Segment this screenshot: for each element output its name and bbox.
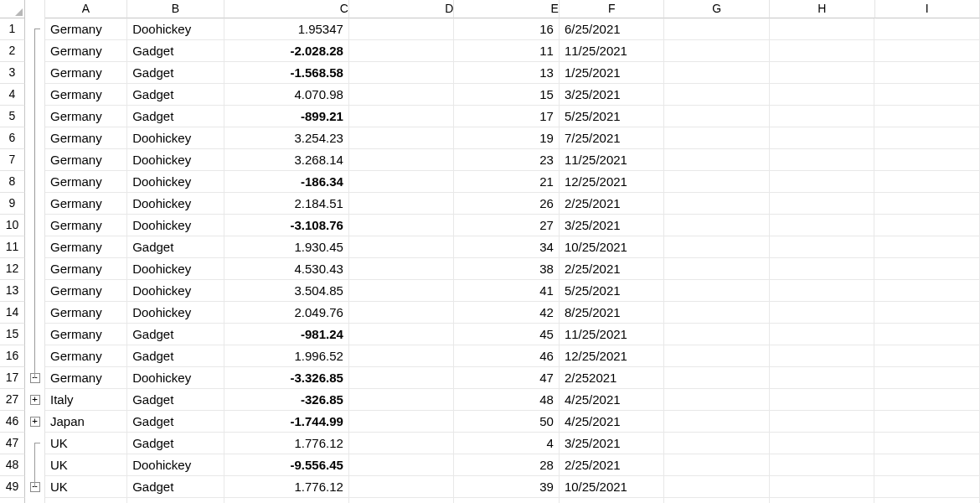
cell-I[interactable]	[874, 258, 980, 280]
cell-I[interactable]	[874, 411, 980, 433]
cell-E[interactable]: 41	[454, 280, 560, 302]
cell-F[interactable]: 10/25/2021	[560, 476, 665, 498]
column-header-G[interactable]: G	[664, 0, 770, 18]
cell-F[interactable]: 5/25/2021	[560, 106, 665, 127]
row-header[interactable]: 27	[0, 389, 25, 411]
cell-C[interactable]: 2.184.51	[224, 193, 349, 215]
cell-E[interactable]: 4	[454, 433, 560, 454]
cell-F[interactable]: 7/25/2021	[560, 127, 665, 149]
spreadsheet-grid[interactable]: ABCDEFGHI1GermanyDoohickey1.95347166/25/…	[0, 0, 980, 503]
cell-E[interactable]: 48	[454, 389, 560, 411]
cell-H[interactable]	[770, 433, 875, 454]
cell-B[interactable]: 0	[127, 498, 224, 503]
cell-F[interactable]: 3/25/2021	[560, 433, 665, 454]
cell-A[interactable]: Germany	[45, 149, 127, 171]
cell-H[interactable]	[770, 236, 875, 258]
row-header[interactable]: 9	[0, 193, 25, 215]
minus-icon[interactable]: −	[30, 482, 40, 492]
row-header[interactable]: 15	[0, 324, 25, 345]
column-header-A[interactable]: A	[45, 0, 127, 18]
cell-I[interactable]	[874, 193, 980, 215]
cell-C[interactable]: -1.568.58	[224, 62, 349, 84]
outline-collapse-button[interactable]: −	[25, 367, 45, 389]
cell-C[interactable]: 3.254.23	[224, 127, 349, 149]
cell-D[interactable]	[349, 324, 455, 345]
cell-D[interactable]	[349, 454, 455, 476]
cell-B[interactable]: Gadget	[127, 476, 224, 498]
cell-A[interactable]: Germany	[45, 258, 127, 280]
cell-C[interactable]: -981.24	[224, 324, 349, 345]
cell-F[interactable]: 6/25/2021	[560, 18, 665, 40]
cell-G[interactable]	[664, 411, 770, 433]
row-header[interactable]: 14	[0, 302, 25, 324]
cell-D[interactable]	[349, 345, 455, 367]
cell-H[interactable]	[770, 302, 875, 324]
cell-A[interactable]: Germany	[45, 84, 127, 106]
cell-A[interactable]: Germany	[45, 236, 127, 258]
cell-H[interactable]	[770, 345, 875, 367]
column-header-E[interactable]: E	[454, 0, 560, 18]
cell-B[interactable]: Doohickey	[127, 367, 224, 389]
cell-H[interactable]	[770, 171, 875, 193]
cell-A[interactable]: Germany	[45, 193, 127, 215]
row-header[interactable]: 46	[0, 411, 25, 433]
cell-D[interactable]	[349, 18, 455, 40]
cell-A[interactable]: Germany	[45, 171, 127, 193]
cell-I[interactable]	[874, 367, 980, 389]
cell-I[interactable]	[874, 498, 980, 503]
cell-F[interactable]: 2/25/2021	[560, 193, 665, 215]
cell-C[interactable]: 4.070.98	[224, 84, 349, 106]
cell-G[interactable]	[664, 171, 770, 193]
cell-H[interactable]	[770, 127, 875, 149]
cell-H[interactable]	[770, 106, 875, 127]
cell-C[interactable]: 4.530.43	[224, 258, 349, 280]
cell-E[interactable]: 0	[454, 498, 560, 503]
row-header[interactable]: 7	[0, 149, 25, 171]
cell-G[interactable]	[664, 236, 770, 258]
cell-E[interactable]: 47	[454, 367, 560, 389]
cell-D[interactable]	[349, 258, 455, 280]
cell-H[interactable]	[770, 454, 875, 476]
cell-D[interactable]	[349, 40, 455, 62]
cell-C[interactable]: 0	[224, 498, 349, 503]
cell-C[interactable]: 1.930.45	[224, 236, 349, 258]
cell-B[interactable]: Doohickey	[127, 171, 224, 193]
cell-E[interactable]: 46	[454, 345, 560, 367]
cell-D[interactable]	[349, 433, 455, 454]
cell-A[interactable]: UK	[45, 433, 127, 454]
cell-D[interactable]	[349, 236, 455, 258]
cell-D[interactable]	[349, 149, 455, 171]
row-header[interactable]: 8	[0, 171, 25, 193]
cell-B[interactable]: Doohickey	[127, 302, 224, 324]
cell-A[interactable]: Italy	[45, 389, 127, 411]
cell-B[interactable]: Gadget	[127, 40, 224, 62]
cell-G[interactable]	[664, 433, 770, 454]
minus-icon[interactable]: −	[30, 373, 40, 383]
row-header[interactable]: 17	[0, 367, 25, 389]
cell-I[interactable]	[874, 149, 980, 171]
cell-I[interactable]	[874, 40, 980, 62]
cell-E[interactable]: 50	[454, 411, 560, 433]
cell-G[interactable]	[664, 127, 770, 149]
cell-H[interactable]	[770, 84, 875, 106]
cell-E[interactable]: 42	[454, 302, 560, 324]
cell-A[interactable]: UK	[45, 476, 127, 498]
cell-E[interactable]: 27	[454, 215, 560, 236]
cell-D[interactable]	[349, 171, 455, 193]
cell-F[interactable]: 3/25/2021	[560, 215, 665, 236]
column-header-B[interactable]: B	[127, 0, 224, 18]
cell-I[interactable]	[874, 433, 980, 454]
row-header[interactable]: 50	[0, 498, 25, 503]
cell-I[interactable]	[874, 302, 980, 324]
cell-B[interactable]: Gadget	[127, 411, 224, 433]
cell-C[interactable]: -326.85	[224, 389, 349, 411]
cell-E[interactable]: 39	[454, 476, 560, 498]
cell-E[interactable]: 34	[454, 236, 560, 258]
column-header-F[interactable]: F	[560, 0, 665, 18]
cell-I[interactable]	[874, 215, 980, 236]
cell-B[interactable]: Gadget	[127, 433, 224, 454]
cell-D[interactable]	[349, 411, 455, 433]
cell-C[interactable]: -3.108.76	[224, 215, 349, 236]
row-header[interactable]: 16	[0, 345, 25, 367]
row-header[interactable]: 12	[0, 258, 25, 280]
